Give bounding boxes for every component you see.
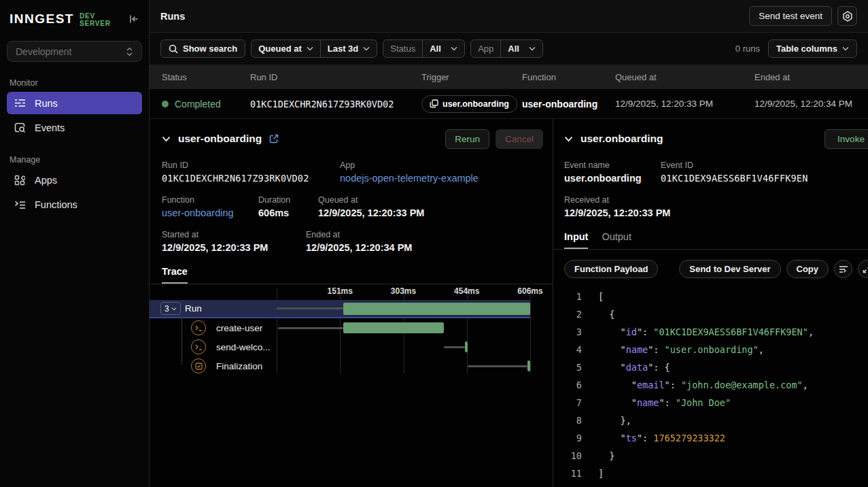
external-link-icon[interactable] [269, 134, 279, 144]
trace-row-send-welco-[interactable]: send-welco... [150, 337, 530, 356]
sidebar-item-events[interactable]: Events [7, 116, 142, 139]
expand-button[interactable] [858, 260, 868, 278]
trace-row-finalization[interactable]: Finalization [150, 356, 530, 375]
wrap-text-button[interactable] [834, 260, 852, 278]
started-at-value: 12/9/2025, 12:20:33 PM [162, 242, 306, 253]
code-line: 10 } [564, 447, 868, 465]
send-to-dev-server-button[interactable]: Send to Dev Server [679, 260, 780, 278]
status-filter-label: Status [383, 40, 422, 57]
event-details-panel: user.onboarding Invoke Event name user.o… [553, 119, 868, 487]
line-number: 2 [564, 305, 582, 323]
function-link[interactable]: user-onboarding [162, 207, 258, 218]
run-details-panel: user-onboarding Rerun Cancel Run ID 01KC… [150, 119, 553, 487]
app-filter-group: App All [470, 39, 543, 58]
code-line: 5 "data": { [564, 358, 868, 376]
tab-trace[interactable]: Trace [162, 266, 188, 284]
search-icon [169, 44, 178, 54]
sidebar-item-functions[interactable]: Functions [7, 193, 142, 216]
app-link[interactable]: nodejs-open-telemetry-example [340, 173, 479, 184]
chevron-updown-icon [126, 47, 133, 56]
time-range-filter[interactable]: Last 3d [320, 40, 377, 57]
trace-tick-label: 151ms [328, 286, 353, 296]
app-filter-value[interactable]: All [500, 40, 542, 57]
sidebar-item-apps[interactable]: Apps [7, 169, 142, 191]
trace-wait-line [278, 327, 343, 329]
trace-span-bar[interactable] [343, 303, 530, 315]
run-id-cell: 01KC1DEXCHR2N617Z93RK0VD02 [250, 99, 421, 110]
column-queued-at: Queued at [615, 72, 754, 82]
settings-button[interactable] [837, 6, 857, 26]
invoke-button[interactable]: Invoke [824, 129, 868, 149]
code-line: 4 "name": "user.onboarding", [564, 341, 868, 358]
sidebar-item-label: Apps [35, 175, 57, 186]
finalization-icon [191, 358, 206, 373]
trace-row-create-user[interactable]: create-user [150, 318, 530, 337]
rerun-button[interactable]: Rerun [445, 129, 489, 149]
line-number: 3 [564, 323, 582, 341]
copy-button[interactable]: Copy [786, 260, 829, 278]
trace-rows: 3 Runcreate-usersend-welco...Finalizatio… [150, 300, 530, 375]
chevron-down-icon [363, 46, 370, 51]
trace-plot [277, 356, 530, 375]
status-filter-group: Status All [383, 39, 465, 58]
cancel-button[interactable]: Cancel [496, 129, 543, 149]
collapse-event-icon[interactable] [564, 136, 573, 142]
trace-tick-label: 303ms [391, 286, 416, 296]
run-title: user-onboarding [178, 133, 262, 145]
function-payload-button[interactable]: Function Payload [564, 260, 658, 278]
trace-span-bar[interactable] [343, 322, 444, 333]
collapse-run-icon[interactable] [162, 136, 171, 142]
status-filter-value[interactable]: All [422, 40, 464, 57]
tab-output[interactable]: Output [602, 231, 631, 249]
payload-toolbar: Function Payload Send to Dev Server Copy [564, 260, 868, 278]
run-id-value: 01KC1DEXCHR2N617Z93RK0VD02 [162, 173, 340, 184]
trace-waterfall: 151ms303ms454ms606ms 3 Runcreate-usersen… [150, 284, 530, 374]
code-block[interactable]: 1[2 {3 "id": "01KC1DEX9AESS6BF1V46FFK9EN… [564, 288, 868, 482]
wrap-text-icon [839, 265, 848, 273]
queued-at-filter[interactable]: Queued at [251, 40, 320, 57]
trigger-badge[interactable]: user.onboarding [421, 95, 517, 113]
trace-span-bar[interactable] [465, 341, 468, 352]
trace-row-label: Finalization [216, 361, 262, 371]
events-icon [14, 122, 26, 133]
time-filter-group: Queued at Last 3d [251, 39, 377, 58]
sidebar-item-label: Events [35, 122, 65, 133]
run-id-label: Run ID [162, 161, 340, 170]
table-columns-button[interactable]: Table columns [768, 39, 857, 58]
received-at-value: 12/9/2025, 12:20:33 PM [564, 207, 670, 218]
sidebar-header: INNGEST DEV SERVER [0, 0, 149, 38]
status-dot [162, 101, 169, 107]
expand-icon [863, 265, 868, 273]
column-function: Function [522, 72, 615, 82]
show-search-button[interactable]: Show search [160, 39, 245, 58]
tab-input[interactable]: Input [564, 231, 588, 249]
trace-row-label: Run [185, 303, 202, 314]
table-row[interactable]: Completed 01KC1DEXCHR2N617Z93RK0VD02 use… [150, 89, 868, 119]
send-test-event-button[interactable]: Send test event [749, 6, 832, 26]
trace-expand-badge[interactable]: 3 [160, 302, 181, 315]
sidebar-item-label: Runs [35, 98, 58, 109]
trace-tick-label: 606ms [517, 286, 542, 296]
event-title: user.onboarding [580, 133, 663, 145]
trace-span-bar[interactable] [527, 360, 530, 371]
runs-table-header: Status Run ID Trigger Function Queued at… [150, 65, 868, 89]
trace-plot [277, 337, 530, 356]
filterbar: Show search Queued at Last 3d Status All [150, 33, 868, 65]
code-line: 11] [564, 465, 868, 482]
chevron-down-icon [529, 46, 536, 51]
function-label: Function [162, 195, 258, 205]
sidebar-section-monitor: Monitor [10, 78, 149, 88]
trace-wait-line [468, 365, 527, 367]
sidebar-item-runs[interactable]: Runs [7, 92, 142, 114]
trace-plot [277, 318, 530, 337]
collapse-sidebar-icon[interactable] [128, 14, 139, 24]
trace-tick-label: 454ms [454, 286, 479, 296]
event-id-value: 01KC1DEX9AESS6BF1V46FFK9EN [661, 173, 808, 184]
trace-row-run[interactable]: 3 Run [150, 300, 530, 317]
environment-select[interactable]: Development [7, 41, 142, 62]
column-status: Status [162, 72, 250, 82]
ended-at-cell: 12/9/2025, 12:20:34 PM [754, 99, 868, 109]
trace-wait-line [444, 346, 465, 348]
dev-server-badge: DEV SERVER [80, 12, 123, 27]
line-number: 1 [564, 288, 582, 305]
